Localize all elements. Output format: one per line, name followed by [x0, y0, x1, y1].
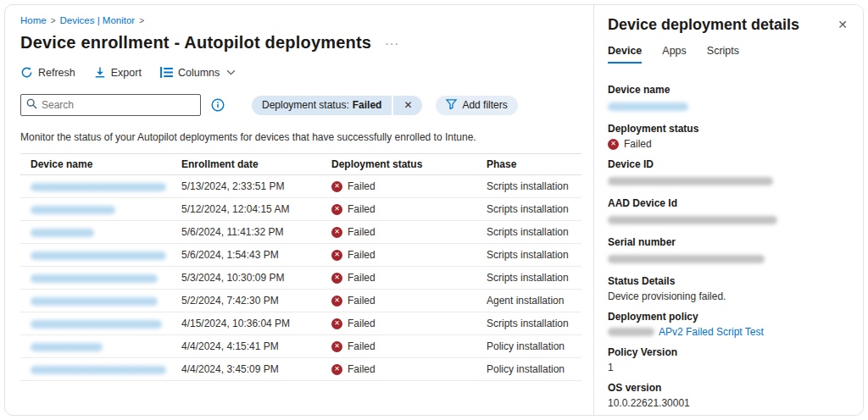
table-header-row: Device name Enrollment date Deployment s… [20, 153, 581, 175]
device-deployment-details-panel: Device deployment details ✕ Device Apps … [593, 5, 863, 415]
panel-field: OS version10.0.22621.30001 [608, 382, 848, 409]
field-label: OS version [608, 382, 848, 394]
breadcrumb-devices-monitor-link[interactable]: Devices | Monitor [60, 15, 136, 25]
enrollment-date-cell: 5/2/2024, 7:42:30 PM [171, 295, 321, 307]
device-name-redacted [31, 343, 103, 351]
status-label: Failed [348, 203, 376, 215]
failed-status-icon [331, 364, 342, 375]
tab-apps[interactable]: Apps [662, 45, 687, 64]
deployment-status-value: Failed [608, 138, 848, 150]
enrollment-date-cell: 5/13/2024, 2:33:51 PM [171, 180, 321, 192]
search-box[interactable] [20, 94, 201, 116]
table-row[interactable]: 5/6/2024, 11:41:32 PM Failed Scripts ins… [20, 221, 581, 244]
device-name-redacted [31, 183, 166, 191]
status-label: Failed [348, 180, 376, 192]
field-value: Device provisioning failed. [608, 290, 848, 302]
deployment-policy-link[interactable]: APv2 Failed Script Test [659, 326, 764, 338]
field-label: Deployment policy [608, 311, 848, 323]
phase-cell: Policy installation [476, 340, 581, 352]
device-name-redacted [31, 229, 94, 237]
field-label: Policy Version [608, 346, 848, 358]
field-label: Serial number [608, 236, 848, 248]
refresh-label: Refresh [38, 67, 75, 79]
page-title: Device enrollment - Autopilot deployment… [20, 33, 371, 52]
columns-button[interactable]: Columns [160, 67, 236, 79]
policy-prefix-redacted [608, 328, 654, 336]
table-row[interactable]: 5/12/2024, 12:04:15 AM Failed Scripts in… [20, 198, 581, 221]
portal-card: Home > Devices | Monitor > Device enroll… [4, 4, 864, 416]
breadcrumb: Home > Devices | Monitor > [20, 15, 581, 25]
refresh-button[interactable]: Refresh [20, 66, 75, 79]
phase-cell: Agent installation [476, 295, 581, 307]
enrollment-date-cell: 4/15/2024, 10:36:04 PM [171, 318, 321, 329]
table-row[interactable]: 5/3/2024, 10:30:09 PM Failed Scripts ins… [20, 267, 581, 290]
search-input[interactable] [42, 99, 195, 111]
status-label: Failed [348, 318, 376, 329]
status-label: Failed [348, 340, 376, 352]
field-value: 1 [608, 362, 848, 373]
failed-status-icon [331, 227, 342, 238]
toolbar: Refresh Export Columns [20, 66, 581, 79]
columns-label: Columns [178, 67, 220, 79]
export-label: Export [111, 67, 142, 79]
panel-tabs: Device Apps Scripts [608, 45, 848, 64]
column-header-device-name[interactable]: Device name [20, 158, 171, 170]
breadcrumb-separator: > [139, 16, 144, 25]
panel-fields: Device nameDeployment statusFailedDevice… [608, 84, 848, 409]
page-description: Monitor the status of your Autopilot dep… [20, 131, 581, 143]
filter-chip-remove-icon[interactable]: ✕ [393, 96, 422, 115]
phase-cell: Scripts installation [476, 226, 581, 238]
table-body: 5/13/2024, 2:33:51 PM Failed Scripts ins… [20, 175, 581, 381]
panel-field: Policy Version1 [608, 346, 848, 373]
field-value: Failed [624, 138, 652, 150]
export-button[interactable]: Export [94, 66, 142, 79]
column-header-phase[interactable]: Phase [476, 158, 581, 170]
enrollment-date-cell: 5/3/2024, 10:30:09 PM [171, 272, 321, 284]
column-header-deployment-status[interactable]: Deployment status [321, 158, 476, 170]
breadcrumb-separator: > [51, 16, 56, 25]
columns-icon [160, 67, 173, 78]
table-row[interactable]: 4/4/2024, 4:15:41 PM Failed Policy insta… [20, 335, 581, 358]
panel-field: Device name [608, 84, 848, 114]
tab-scripts[interactable]: Scripts [707, 45, 739, 64]
add-filters-button[interactable]: Add filters [436, 96, 517, 115]
field-value-redacted [608, 255, 765, 263]
table-row[interactable]: 5/2/2024, 7:42:30 PM Failed Agent instal… [20, 290, 581, 312]
panel-field: Deployment policyAPv2 Failed Script Test [608, 311, 848, 338]
refresh-icon [20, 66, 33, 79]
phase-cell: Scripts installation [476, 180, 581, 192]
info-icon[interactable] [211, 98, 225, 112]
panel-title: Device deployment details [608, 16, 799, 34]
phase-cell: Policy installation [476, 363, 581, 375]
field-label: Device name [608, 84, 848, 96]
table-row[interactable]: 4/4/2024, 3:45:09 PM Failed Policy insta… [20, 358, 581, 381]
deployment-policy-value: APv2 Failed Script Test [608, 326, 848, 338]
field-value-redacted [608, 216, 777, 224]
field-value-redacted [608, 177, 773, 185]
table-row[interactable]: 5/6/2024, 1:54:43 PM Failed Scripts inst… [20, 244, 581, 267]
failed-status-icon [331, 250, 342, 261]
enrollment-date-cell: 4/4/2024, 4:15:41 PM [171, 340, 321, 352]
enrollment-date-cell: 5/12/2024, 12:04:15 AM [171, 203, 321, 215]
breadcrumb-home-link[interactable]: Home [20, 15, 47, 25]
main-content: Home > Devices | Monitor > Device enroll… [5, 5, 593, 415]
panel-field: Serial number [608, 236, 848, 267]
failed-status-icon [331, 204, 342, 215]
phase-cell: Scripts installation [476, 318, 581, 329]
phase-cell: Scripts installation [476, 272, 581, 284]
panel-field: AAD Device Id [608, 197, 848, 228]
panel-field: Status DetailsDevice provisioning failed… [608, 275, 848, 302]
more-menu-icon[interactable]: ··· [385, 39, 399, 47]
column-header-enrollment-date[interactable]: Enrollment date [171, 158, 321, 170]
status-label: Failed [348, 226, 376, 238]
filter-chip-key: Deployment status: [262, 99, 349, 111]
table-row[interactable]: 4/15/2024, 10:36:04 PM Failed Scripts in… [20, 312, 581, 335]
filter-chip-deployment-status: Deployment status:Failed ✕ [252, 96, 422, 115]
failed-status-icon [331, 296, 342, 307]
table-row[interactable]: 5/13/2024, 2:33:51 PM Failed Scripts ins… [20, 175, 581, 198]
field-label: Status Details [608, 275, 848, 287]
close-icon[interactable]: ✕ [837, 18, 848, 31]
phase-cell: Scripts installation [476, 203, 581, 215]
filter-chip-label[interactable]: Deployment status:Failed [252, 96, 392, 115]
tab-device[interactable]: Device [608, 45, 642, 64]
